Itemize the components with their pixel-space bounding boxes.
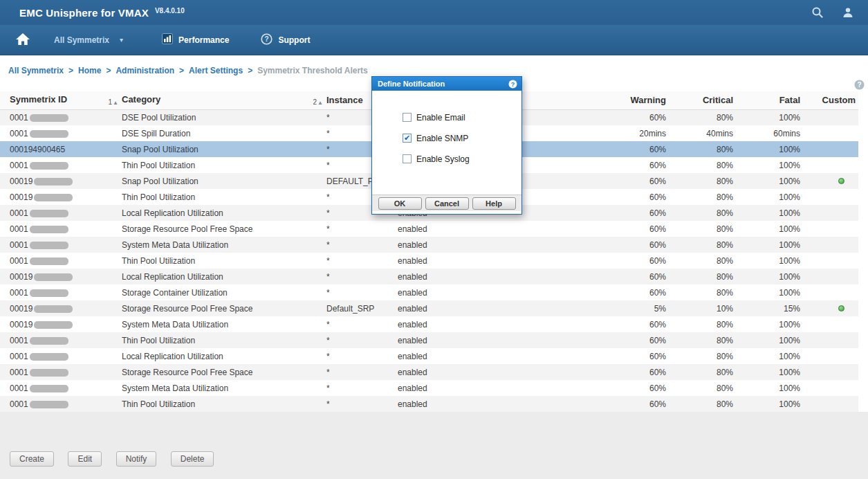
table-row[interactable]: 0001Thin Pool Utilization*enabled60%80%1…: [0, 253, 858, 269]
page-help-icon[interactable]: ?: [854, 80, 865, 93]
table-row[interactable]: 00019System Meta Data Utilization*enable…: [0, 316, 858, 332]
enabled-cell: enabled: [398, 332, 533, 348]
enabled-cell: enabled: [398, 316, 533, 332]
home-button[interactable]: [15, 33, 30, 48]
performance-label: Performance: [178, 35, 229, 45]
notification-option[interactable]: Enable Email: [403, 113, 521, 122]
fatal-cell: 100%: [733, 269, 800, 284]
breadcrumb-administration[interactable]: Administration: [116, 66, 174, 75]
symmetrix-id-text: 0001: [10, 224, 28, 234]
column-header-critical[interactable]: Critical: [666, 91, 733, 109]
table-row[interactable]: 0001Thin Pool Utilization*enabled60%80%1…: [0, 332, 858, 348]
column-header-fatal[interactable]: Fatal: [733, 91, 800, 109]
fatal-cell: 100%: [733, 237, 800, 253]
table-row[interactable]: 0001Storage Resource Pool Free Space*ena…: [0, 364, 858, 380]
table-row[interactable]: 0001Storage Resource Pool Free Space*ena…: [0, 221, 858, 237]
table-row[interactable]: 00019Storage Resource Pool Free SpaceDef…: [0, 300, 858, 316]
redacted-id-blob: [30, 353, 68, 361]
breadcrumb-alert-settings[interactable]: Alert Settings: [189, 66, 243, 75]
redacted-id-blob: [34, 305, 73, 313]
notify-button[interactable]: Notify: [116, 451, 157, 467]
performance-nav-button[interactable]: Performance: [162, 33, 229, 46]
fatal-cell: 100%: [733, 396, 800, 412]
table-row[interactable]: 0001Thin Pool Utilization*enabled60%80%1…: [0, 396, 858, 412]
redacted-id-blob: [30, 257, 68, 265]
support-label: Support: [278, 35, 310, 45]
category-cell: Storage Resource Pool Free Space: [122, 300, 326, 316]
notification-option[interactable]: Enable Syslog: [403, 154, 521, 163]
checkbox-unchecked[interactable]: [403, 113, 412, 122]
all-symmetrix-dropdown[interactable]: All Symmetrix ▾: [54, 35, 123, 45]
column-header-warning[interactable]: Warning: [533, 91, 666, 109]
critical-cell: 80%: [666, 269, 733, 284]
redacted-id-blob: [30, 114, 68, 122]
edit-button[interactable]: Edit: [68, 451, 102, 467]
ok-button[interactable]: OK: [378, 197, 422, 210]
category-cell: System Meta Data Utilization: [122, 237, 326, 253]
redacted-id-blob: [30, 289, 68, 297]
breadcrumb-all-symmetrix[interactable]: All Symmetrix: [8, 66, 64, 75]
table-row[interactable]: 0001System Meta Data Utilization*enabled…: [0, 380, 858, 396]
symmetrix-id-text: 0001: [10, 256, 28, 266]
symmetrix-id-cell: 00019: [0, 316, 122, 332]
column-label: Critical: [703, 95, 733, 105]
support-nav-button[interactable]: ? Support: [261, 33, 310, 47]
table-row[interactable]: 0001System Meta Data Utilization*enabled…: [0, 237, 858, 253]
redacted-id-blob: [30, 162, 68, 170]
breadcrumb-separator: >: [179, 66, 184, 75]
create-button[interactable]: Create: [10, 451, 54, 467]
custom-cell: [800, 141, 858, 157]
custom-cell: [800, 332, 858, 348]
column-label: Symmetrix ID: [10, 94, 67, 105]
custom-cell: [800, 396, 858, 412]
checkbox-unchecked[interactable]: [403, 154, 412, 163]
symmetrix-id-text: 00019: [10, 320, 33, 329]
help-button[interactable]: Help: [472, 197, 516, 210]
table-row[interactable]: 0001Storage Container Utilization*enable…: [0, 284, 858, 300]
symmetrix-id-cell: 000194900465: [0, 141, 122, 157]
breadcrumb-home[interactable]: Home: [78, 66, 101, 75]
search-icon[interactable]: [811, 6, 824, 19]
critical-cell: 80%: [666, 380, 733, 396]
instance-cell: *: [326, 253, 398, 269]
symmetrix-id-text: 0001: [10, 129, 28, 138]
critical-cell: 80%: [666, 173, 733, 189]
fatal-cell: 100%: [733, 157, 800, 173]
warning-cell: 5%: [533, 300, 666, 316]
custom-cell: [800, 157, 858, 173]
enabled-cell: enabled: [398, 364, 533, 380]
app-title: EMC Unisphere for VMAX: [19, 7, 149, 19]
symmetrix-id-text: 00019: [10, 272, 33, 282]
user-icon[interactable]: [842, 6, 854, 19]
custom-cell: [800, 189, 858, 205]
svg-text:?: ?: [857, 81, 861, 89]
symmetrix-id-cell: 0001: [0, 237, 122, 253]
checkbox-checked[interactable]: ✔: [403, 134, 412, 143]
redacted-id-blob: [30, 337, 68, 345]
symmetrix-id-cell: 0001: [0, 109, 122, 125]
instance-cell: *: [326, 316, 398, 332]
symmetrix-id-cell: 0001: [0, 157, 122, 173]
column-header-symmetrix-id[interactable]: 1▲ Symmetrix ID: [0, 91, 122, 109]
delete-button[interactable]: Delete: [171, 451, 214, 467]
column-header-custom[interactable]: Custom: [800, 91, 858, 109]
symmetrix-id-text: 00019: [10, 192, 33, 202]
enabled-cell: enabled: [398, 380, 533, 396]
redacted-id-blob: [34, 273, 73, 281]
table-row[interactable]: 0001Local Replication Utilization*enable…: [0, 348, 858, 364]
category-cell: Thin Pool Utilization: [122, 396, 326, 412]
column-header-category[interactable]: 2▲ Category: [122, 91, 326, 109]
dialog-help-icon[interactable]: ?: [508, 80, 517, 89]
table-row[interactable]: 00019Local Replication Utilization*enabl…: [0, 269, 858, 284]
notification-option[interactable]: ✔Enable SNMP: [403, 134, 521, 143]
dialog-titlebar[interactable]: Define Notification ?: [372, 77, 521, 91]
symmetrix-id-cell: 0001: [0, 348, 122, 364]
main-nav: All Symmetrix ▾ Performance ? Support: [0, 25, 868, 55]
cancel-button[interactable]: Cancel: [425, 197, 469, 210]
enabled-cell: enabled: [398, 348, 533, 364]
category-cell: Storage Resource Pool Free Space: [122, 364, 326, 380]
fatal-cell: 100%: [733, 364, 800, 380]
instance-cell: *: [326, 237, 398, 253]
category-cell: Local Replication Utilization: [122, 205, 326, 221]
critical-cell: 80%: [666, 316, 733, 332]
